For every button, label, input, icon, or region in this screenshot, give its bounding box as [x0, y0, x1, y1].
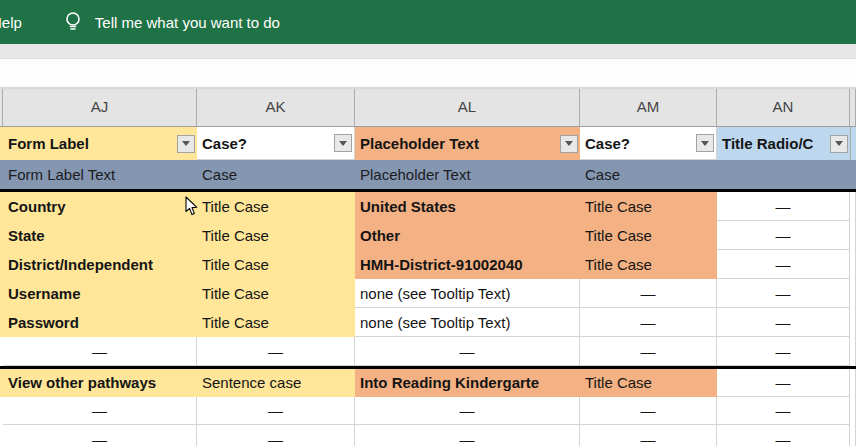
cell-case[interactable]: —	[197, 337, 355, 366]
cell-case[interactable]: Sentence case	[197, 369, 355, 397]
table-row: State Title Case Other Title Case —	[0, 221, 856, 250]
cell-sliver	[850, 160, 856, 189]
cell-case[interactable]: Title Case	[197, 192, 355, 221]
column-header-ak[interactable]: AK	[197, 89, 355, 126]
cell-case[interactable]: —	[580, 337, 717, 366]
cell-title-radio[interactable]: —	[717, 397, 850, 425]
cell-title-radio[interactable]: —	[717, 192, 850, 221]
table-row: Country Title Case United States Title C…	[0, 192, 856, 221]
header-cell-form-label[interactable]: Form Label	[3, 127, 197, 160]
ribbon-lower-strip	[0, 44, 856, 59]
cell-sliver	[850, 308, 856, 337]
cell-placeholder[interactable]: Other	[355, 221, 580, 250]
band-cell[interactable]: Placeholder Text	[355, 160, 580, 189]
cell-title-radio[interactable]: —	[717, 308, 850, 337]
band-cell[interactable]: Form Label Text	[3, 160, 197, 189]
filter-dropdown-button[interactable]	[560, 135, 578, 153]
table-row: Username Title Case none (see Tooltip Te…	[0, 279, 856, 308]
cell-title-radio[interactable]: —	[717, 279, 850, 308]
subheader-band-row: Form Label Text Case Placeholder Text Ca…	[0, 160, 856, 189]
cell-title-radio[interactable]: —	[717, 250, 850, 279]
cell-case[interactable]: Title Case	[197, 221, 355, 250]
band-cell[interactable]: Case	[580, 160, 717, 189]
filter-dropdown-button[interactable]	[696, 134, 714, 152]
cell-form-label[interactable]: District/Independent	[3, 250, 197, 279]
table-row: — — — — —	[0, 397, 856, 425]
cell-case[interactable]: Title Case	[580, 369, 717, 397]
cell-case[interactable]: Title Case	[197, 250, 355, 279]
column-header-sliver-right	[850, 89, 856, 126]
cell-sliver	[850, 369, 856, 397]
cell-title-radio[interactable]: —	[717, 337, 850, 366]
cell-case[interactable]: Title Case	[197, 279, 355, 308]
band-cell[interactable]	[717, 160, 850, 189]
cell-case[interactable]: —	[197, 397, 355, 425]
filter-dropdown-button[interactable]	[334, 134, 352, 152]
cell-sliver	[850, 337, 856, 366]
band-cell[interactable]: Case	[197, 160, 355, 189]
cell-case[interactable]: —	[580, 279, 717, 308]
column-header-am[interactable]: AM	[580, 89, 717, 126]
excel-window: { "ribbon": { "help_label": "Help", "tel…	[0, 0, 856, 446]
cell-placeholder[interactable]: HMH-District-91002040	[355, 250, 580, 279]
header-label: Title Radio/C	[722, 135, 813, 152]
cell-sliver	[850, 425, 856, 446]
cell-sliver	[850, 397, 856, 425]
cell-case[interactable]: —	[580, 425, 717, 446]
cell-case[interactable]: Title Case	[580, 192, 717, 221]
cell-placeholder[interactable]: none (see Tooltip Text)	[355, 279, 580, 308]
cell-title-radio[interactable]: —	[717, 369, 850, 397]
table-row: Password Title Case none (see Tooltip Te…	[0, 308, 856, 337]
table-row: — — — — —	[0, 425, 856, 446]
cell-placeholder[interactable]: Into Reading Kindergarte	[355, 369, 580, 397]
cell-sliver	[850, 221, 856, 250]
cell-case[interactable]: —	[580, 308, 717, 337]
tab-help[interactable]: Help	[0, 14, 22, 31]
column-header-an[interactable]: AN	[717, 89, 850, 126]
header-label: Placeholder Text	[360, 135, 479, 152]
cell-form-label[interactable]: —	[3, 337, 197, 366]
header-cell-case-1[interactable]: Case?	[197, 127, 355, 160]
filter-header-row: Form Label Case? Placeholder Text Case? …	[0, 127, 856, 160]
header-cell-case-2[interactable]: Case?	[580, 127, 717, 160]
formula-bar-area[interactable]	[0, 59, 856, 89]
cell-placeholder[interactable]: —	[355, 425, 580, 446]
column-header-al[interactable]: AL	[355, 89, 580, 126]
cell-form-label[interactable]: —	[3, 425, 197, 446]
cell-sliver	[850, 192, 856, 221]
header-label: Case?	[202, 135, 247, 152]
column-header-aj[interactable]: AJ	[3, 89, 197, 126]
cell-sliver	[850, 279, 856, 308]
header-cell-placeholder-text[interactable]: Placeholder Text	[355, 127, 580, 160]
cell-placeholder[interactable]: —	[355, 397, 580, 425]
cell-placeholder[interactable]: —	[355, 337, 580, 366]
cell-title-radio[interactable]: —	[717, 425, 850, 446]
cell-case[interactable]: Title Case	[580, 221, 717, 250]
filter-dropdown-button[interactable]	[177, 135, 195, 153]
cell-placeholder[interactable]: none (see Tooltip Text)	[355, 308, 580, 337]
header-label: Case?	[585, 135, 630, 152]
cell-form-label[interactable]: Password	[3, 308, 197, 337]
cell-case[interactable]: —	[580, 397, 717, 425]
lightbulb-icon	[64, 11, 82, 33]
cell-form-label[interactable]: Username	[3, 279, 197, 308]
cell-sliver	[850, 127, 856, 160]
cell-form-label[interactable]: View other pathways	[3, 369, 197, 397]
cell-form-label[interactable]: Country	[3, 192, 197, 221]
cell-case[interactable]: —	[197, 425, 355, 446]
table-row: — — — — —	[0, 337, 856, 366]
cell-placeholder[interactable]: United States	[355, 192, 580, 221]
cell-case[interactable]: Title Case	[197, 308, 355, 337]
table-row: View other pathways Sentence case Into R…	[0, 369, 856, 397]
cell-sliver	[850, 250, 856, 279]
header-label: Form Label	[8, 135, 89, 152]
cell-form-label[interactable]: —	[3, 397, 197, 425]
cell-title-radio[interactable]: —	[717, 221, 850, 250]
header-cell-title-radio[interactable]: Title Radio/C	[717, 127, 850, 160]
cell-case[interactable]: Title Case	[580, 250, 717, 279]
tell-me-box[interactable]: Tell me what you want to do	[95, 14, 280, 31]
filter-dropdown-button[interactable]	[830, 135, 848, 153]
cell-form-label[interactable]: State	[3, 221, 197, 250]
ribbon-bar: Help Tell me what you want to do	[0, 0, 856, 44]
table-row: District/Independent Title Case HMH-Dist…	[0, 250, 856, 279]
